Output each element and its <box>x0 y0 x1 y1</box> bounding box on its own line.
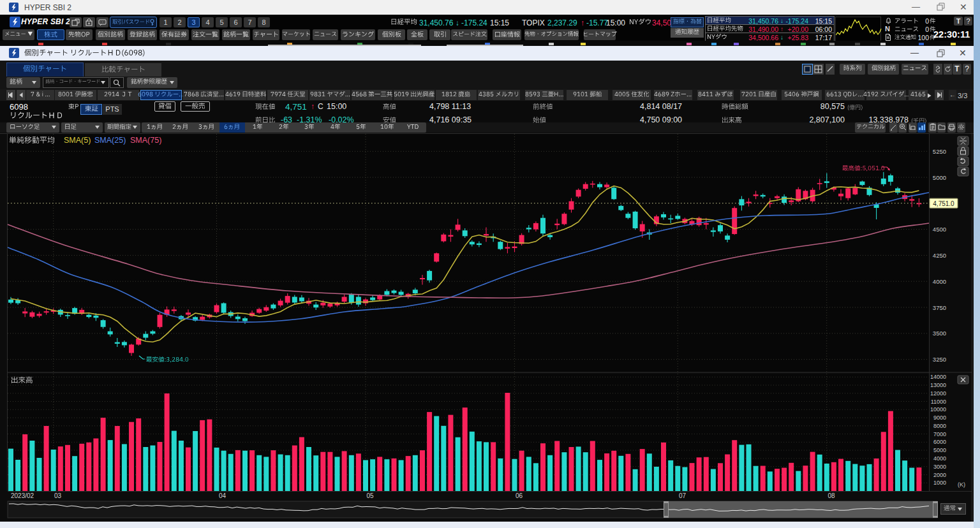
svg-text:06: 06 <box>516 492 523 499</box>
svg-text:03: 03 <box>54 492 62 499</box>
svg-text:SMA(25): SMA(25) <box>94 136 126 145</box>
svg-text:7000: 7000 <box>933 431 946 437</box>
svg-text:2000: 2000 <box>933 472 946 478</box>
svg-text:9000: 9000 <box>933 414 946 421</box>
svg-text:5000: 5000 <box>933 447 946 453</box>
svg-text:3250: 3250 <box>933 356 946 363</box>
svg-text:13000: 13000 <box>930 382 946 388</box>
svg-text:2023/02: 2023/02 <box>11 492 34 499</box>
svg-text:(K): (K) <box>958 481 965 488</box>
svg-text:3750: 3750 <box>933 304 946 311</box>
svg-text:05: 05 <box>367 492 375 499</box>
svg-text:12000: 12000 <box>930 390 946 397</box>
svg-text:4250: 4250 <box>933 252 946 259</box>
svg-text:5000: 5000 <box>933 174 946 181</box>
svg-text:1000: 1000 <box>933 480 946 486</box>
svg-text:8000: 8000 <box>933 423 946 429</box>
svg-text:10000: 10000 <box>930 406 946 413</box>
svg-text:5250: 5250 <box>933 148 946 155</box>
svg-text:6000: 6000 <box>933 439 946 445</box>
svg-text:4,751.0: 4,751.0 <box>933 200 954 207</box>
svg-text:3500: 3500 <box>933 330 946 337</box>
svg-text:SMA(75): SMA(75) <box>130 136 161 145</box>
svg-text:SMA(5): SMA(5) <box>64 136 91 145</box>
svg-text:3000: 3000 <box>933 464 946 470</box>
svg-text:08: 08 <box>828 492 836 499</box>
svg-text:4000: 4000 <box>933 455 946 462</box>
svg-text:4500: 4500 <box>933 226 946 233</box>
svg-text:04: 04 <box>219 492 226 499</box>
svg-text:07: 07 <box>679 492 687 499</box>
svg-text:4000: 4000 <box>933 278 946 285</box>
svg-text:11000: 11000 <box>931 399 946 405</box>
svg-text:14000: 14000 <box>930 374 946 380</box>
